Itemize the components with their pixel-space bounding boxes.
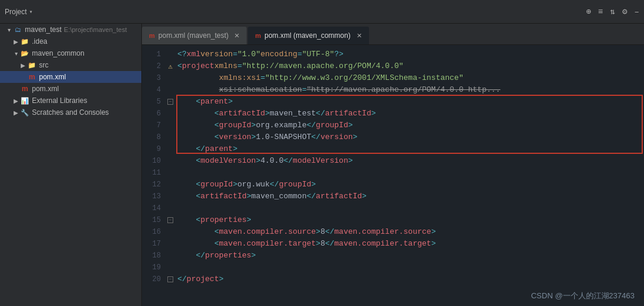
list-icon[interactable]: ≡ xyxy=(598,7,603,17)
fold-icon-15[interactable]: – xyxy=(167,217,173,223)
code-line-9: </parent> xyxy=(175,143,644,155)
code-l16-sp xyxy=(177,226,214,238)
code-l12-sp xyxy=(177,179,196,191)
code-l16-br3: </ xyxy=(325,226,335,238)
code-l6-br4: > xyxy=(371,108,376,120)
tab-pom-maven-test[interactable]: m pom.xml (maven_test) ✕ xyxy=(142,27,247,44)
code-line-16: <maven.compiler.source>8</maven.compiler… xyxy=(175,226,644,238)
tab-close-2[interactable]: ✕ xyxy=(357,32,362,40)
tree-label-src: src xyxy=(39,61,48,69)
folder-icon-idea: 📁 xyxy=(20,37,30,46)
tree-item-external-libs[interactable]: ▶ 📊 External Libraries xyxy=(0,95,141,107)
code-l7-br4: > xyxy=(348,120,353,131)
minimize-icon[interactable]: – xyxy=(635,7,639,17)
code-l13-br3: </ xyxy=(306,191,316,202)
gutter-9 xyxy=(166,143,175,155)
gutter-5[interactable]: – xyxy=(166,96,175,108)
code-l20-br2: > xyxy=(219,273,224,285)
gutter-14 xyxy=(166,202,175,214)
tree-item-pom-common[interactable]: m pom.xml xyxy=(0,71,141,83)
code-l1-tag: xml xyxy=(187,49,200,60)
code-l4-space xyxy=(177,84,219,96)
code-l12-br1: < xyxy=(196,179,200,191)
gutter-6 xyxy=(166,108,175,120)
code-l6-br3: </ xyxy=(316,108,325,120)
code-l18-br1: </ xyxy=(196,250,205,262)
gutter-17 xyxy=(166,238,175,250)
tree-label-pom-test: pom.xml xyxy=(32,85,59,93)
tab-close-1[interactable]: ✕ xyxy=(234,32,240,40)
tree-item-maven-common[interactable]: ▾ 📂 maven_common xyxy=(0,47,141,59)
code-l17-br1: < xyxy=(214,238,219,250)
code-line-12: <groupId>org.wuk</groupId> xyxy=(175,179,644,191)
code-l8-br2: > xyxy=(251,131,256,143)
tree-label-pom-common: pom.xml xyxy=(39,73,66,81)
settings-icon[interactable]: ⚙ xyxy=(622,7,627,17)
code-l10-br4: > xyxy=(348,155,353,167)
tree-item-idea[interactable]: ▶ 📁 .idea xyxy=(0,36,141,47)
code-l16-br4: > xyxy=(431,226,436,238)
code-l10-br2: > xyxy=(256,155,261,167)
add-icon[interactable]: ⊕ xyxy=(586,7,591,17)
code-l10-br1: < xyxy=(196,155,200,167)
code-l2-eq: = xyxy=(237,60,242,72)
code-l16-tag1: maven.compiler.source xyxy=(219,226,316,238)
code-l12-br4: > xyxy=(311,179,316,191)
tree-item-src[interactable]: ▶ 📁 src xyxy=(0,59,141,71)
tree-item-scratches[interactable]: ▶ 🔧 Scratches and Consoles xyxy=(0,107,141,118)
code-l13-br1: < xyxy=(196,191,200,202)
code-l17-br2: > xyxy=(316,238,321,250)
code-l18-br2: > xyxy=(251,250,256,262)
tab-label-2: pom.xml (maven_common) xyxy=(264,31,350,40)
tree-path: E:\project\maven_test xyxy=(64,26,127,33)
main-area: ▾ 🗂 maven_test E:\project\maven_test ▶ 📁… xyxy=(0,24,644,306)
project-icon: 🗂 xyxy=(13,25,22,34)
code-l15-sp xyxy=(177,214,196,226)
gutter-20[interactable]: – xyxy=(166,273,175,285)
gutter-15[interactable]: – xyxy=(166,214,175,226)
fold-icon-20[interactable]: – xyxy=(167,276,173,282)
code-l1-str1: "1.0" xyxy=(237,49,260,60)
tree-arrow-maven-common: ▾ xyxy=(12,50,20,57)
code-l8-tag2: version xyxy=(321,131,353,143)
code-l16-val: 8 xyxy=(321,226,325,238)
code-l10-sp xyxy=(177,155,196,167)
code-l9-sp xyxy=(177,143,196,155)
code-l16-br2: > xyxy=(316,226,321,238)
code-l9-br2: > xyxy=(233,143,238,155)
tab-label-1: pom.xml (maven_test) xyxy=(158,31,229,40)
tree-item-maven-test[interactable]: ▾ 🗂 maven_test E:\project\maven_test xyxy=(0,24,141,36)
code-l8-tag1: version xyxy=(219,131,251,143)
code-l6-sp xyxy=(177,108,214,120)
gutter-12 xyxy=(166,179,175,191)
code-l16-tag2: maven.compiler.source xyxy=(334,226,431,238)
fold-icon-5[interactable]: – xyxy=(167,99,173,105)
sort-icon[interactable]: ⇅ xyxy=(610,7,615,17)
code-l4-eq: = xyxy=(302,84,307,96)
gutter-8 xyxy=(166,131,175,143)
code-line-19 xyxy=(175,262,644,273)
gutter-7 xyxy=(166,120,175,131)
code-line-8: <version>1.0-SNAPSHOT</version> xyxy=(175,131,644,143)
project-dropdown-arrow[interactable]: ▾ xyxy=(29,8,33,15)
tree-arrow-ext: ▶ xyxy=(12,98,20,104)
code-l5-br2: > xyxy=(228,96,233,108)
code-l2-str: "http://maven.apache.org/POM/4.0.0" xyxy=(242,60,403,72)
tab-pom-maven-common[interactable]: m pom.xml (maven_common) ✕ xyxy=(248,27,368,44)
code-editor: 1 2 3 4 5 6 7 8 9 10 11 12 13 14 15 16 1… xyxy=(142,45,644,306)
code-l4-str: "http://maven.apache.org/POM/4.0.0 http.… xyxy=(306,84,500,96)
code-line-10: <modelVersion>4.0.0</modelVersion> xyxy=(175,155,644,167)
warning-icon: ⚠ xyxy=(168,62,172,71)
code-l18-tag: properties xyxy=(205,250,251,262)
gutter: ⚠ – – xyxy=(166,47,175,304)
tree-arrow-scratches: ▶ xyxy=(12,109,20,116)
tree-label-maven-common: maven_common xyxy=(32,49,85,57)
code-l13-sp xyxy=(177,191,196,202)
tree-item-pom-test[interactable]: m pom.xml xyxy=(0,83,141,95)
code-l18-sp xyxy=(177,250,196,262)
maven-icon-pom-common: m xyxy=(27,72,37,82)
code-line-17: <maven.compiler.target>8</maven.compiler… xyxy=(175,238,644,250)
code-l2-tag: project xyxy=(182,60,215,72)
code-l5-br: < xyxy=(196,96,200,108)
folder-icon-src: 📁 xyxy=(27,60,37,70)
